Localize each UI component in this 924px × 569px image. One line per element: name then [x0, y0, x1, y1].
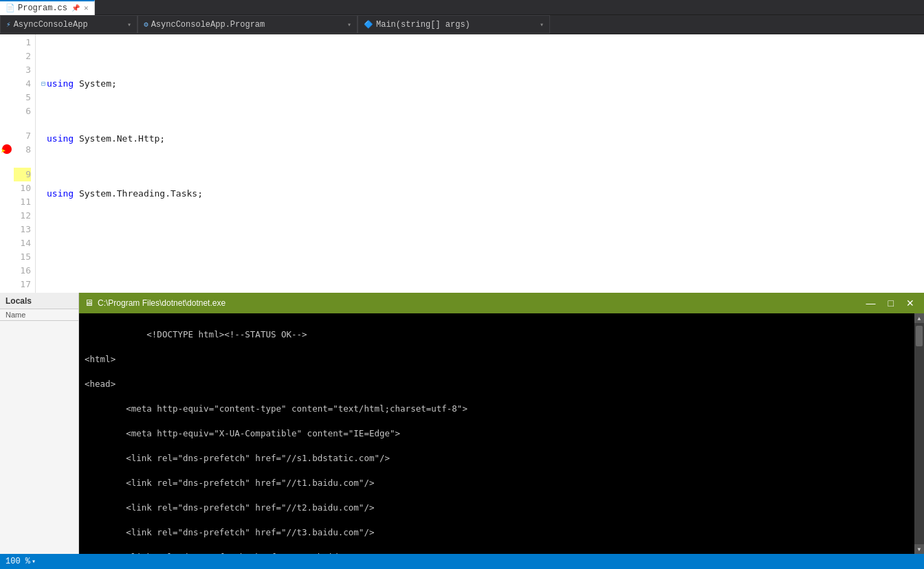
- console-output-area: <!DOCTYPE html><!--STATUS OK--> <html> <…: [79, 313, 924, 554]
- scrollbar-down-arrow[interactable]: ▼: [914, 544, 924, 554]
- console-output-text: <!DOCTYPE html><!--STATUS OK--> <html> <…: [79, 313, 914, 554]
- console-line-1: <!DOCTYPE html><!--STATUS OK-->: [146, 329, 307, 339]
- class-icon: ⚙: [144, 20, 148, 29]
- file-tab-icon: 📄: [6, 3, 15, 12]
- code-line-3: using System.Threading.Tasks;: [41, 187, 924, 201]
- bottom-panel: Locals Name 🖥 C:\Program Files\dotnet\do…: [0, 293, 924, 554]
- class-name: AsyncConsoleApp.Program: [151, 20, 265, 30]
- pin-icon[interactable]: 📌: [72, 4, 80, 12]
- console-line-2: <html>: [85, 354, 116, 364]
- zoom-chevron: ▾: [32, 557, 36, 566]
- member-dropdown[interactable]: 🔷 Main(string[] args) ▾: [358, 15, 550, 34]
- project-dropdown[interactable]: ⚡ AsyncConsoleApp ▾: [0, 15, 138, 34]
- console-minimize-btn[interactable]: —: [862, 298, 880, 309]
- locals-header: Locals: [0, 293, 78, 309]
- console-line-7: <link rel="dns-prefetch" href="//t1.baid…: [85, 478, 374, 488]
- zoom-control[interactable]: 100 % ▾: [6, 557, 36, 566]
- code-line-4: [41, 242, 924, 256]
- zoom-level: 100 %: [6, 557, 30, 566]
- console-maximize-btn[interactable]: □: [884, 298, 898, 309]
- console-pane: 🖥 C:\Program Files\dotnet\dotnet.exe — □…: [79, 293, 924, 554]
- code-line-1: ⊟using System;: [41, 77, 924, 91]
- console-scrollbar[interactable]: ▲ ▼: [914, 313, 924, 554]
- name-column-header: Name: [6, 311, 25, 319]
- scrollbar-thumb[interactable]: [916, 326, 923, 346]
- console-line-6: <link rel="dns-prefetch" href="//s1.bdst…: [85, 453, 390, 463]
- member-chevron: ▾: [540, 21, 544, 29]
- line-numbers: 1 2 3 4 5 6 7 8 9 10 11 12 13 14 15 16 1…: [14, 34, 36, 293]
- project-chevron: ▾: [127, 21, 131, 29]
- console-line-9: <link rel="dns-prefetch" href="//t3.baid…: [85, 527, 374, 537]
- locals-title: Locals: [6, 296, 32, 306]
- scrollbar-track[interactable]: [914, 323, 924, 544]
- file-tab[interactable]: 📄 Program.cs 📌 ✕: [0, 0, 95, 15]
- console-title-text: C:\Program Files\dotnet\dotnet.exe: [98, 298, 226, 308]
- console-line-8: <link rel="dns-prefetch" href="//t2.baid…: [85, 502, 374, 513]
- class-chevron: ▾: [347, 21, 351, 29]
- member-name: Main(string[] args): [376, 20, 470, 30]
- exec-arrow: ➤: [1, 146, 6, 157]
- file-tab-label: Program.cs: [18, 3, 67, 13]
- project-icon: ⚡: [6, 20, 11, 29]
- locals-columns: Name: [0, 309, 78, 321]
- project-name: AsyncConsoleApp: [14, 20, 88, 30]
- member-icon: 🔷: [364, 20, 373, 29]
- locals-pane: Locals Name: [0, 293, 79, 554]
- console-title-bar: 🖥 C:\Program Files\dotnet\dotnet.exe — □…: [79, 293, 924, 313]
- status-bar: 100 % ▾: [0, 554, 924, 569]
- tab-close-btn[interactable]: ✕: [84, 3, 89, 12]
- console-close-btn[interactable]: ✕: [902, 298, 918, 309]
- left-margin: ➤: [0, 34, 14, 293]
- console-line-4: <meta http-equiv="content-type" content=…: [85, 403, 468, 414]
- console-line-5: <meta http-equiv="X-UA-Compatible" conte…: [85, 428, 400, 438]
- console-window-icon: 🖥: [85, 298, 94, 309]
- code-content[interactable]: ⊟using System; using System.Net.Http; us…: [36, 34, 924, 293]
- scrollbar-up-arrow[interactable]: ▲: [914, 313, 924, 323]
- title-tab-bar: 📄 Program.cs 📌 ✕: [0, 0, 924, 15]
- breadcrumb-bar: ⚡ AsyncConsoleApp ▾ ⚙ AsyncConsoleApp.Pr…: [0, 15, 924, 34]
- code-line-2: using System.Net.Http;: [41, 132, 924, 146]
- class-dropdown[interactable]: ⚙ AsyncConsoleApp.Program ▾: [138, 15, 358, 34]
- code-editor: ➤ 1 2 3 4 5 6 7 8 9 10 11 12 13 14 15: [0, 34, 924, 293]
- console-line-3: <head>: [85, 379, 116, 389]
